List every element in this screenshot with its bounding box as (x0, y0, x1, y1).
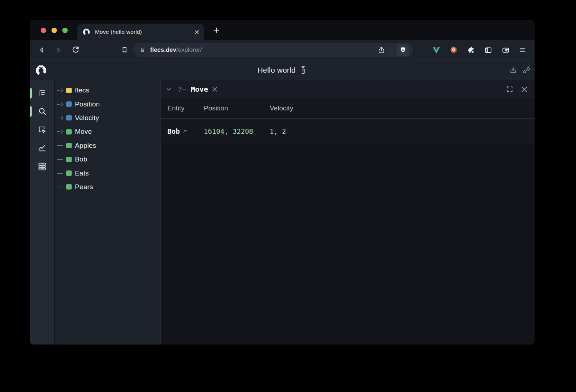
query-panel-actions (505, 85, 529, 94)
app-header: Hello world (30, 60, 535, 80)
tree-item-label: Eats (75, 169, 89, 177)
reload-icon (72, 46, 80, 54)
tab-close-button[interactable] (194, 30, 199, 35)
tree-panel-icon (37, 88, 47, 98)
line-chart-icon (37, 143, 47, 153)
position-value: 16104, 32208 (204, 127, 270, 135)
query-results-table: Entity Position Velocity Bob 16104, 3220… (161, 98, 535, 144)
download-world-button[interactable] (508, 65, 518, 75)
tree-item-label: Pears (75, 183, 93, 191)
sidebar-item-search[interactable] (30, 102, 54, 120)
tree-item[interactable]: Pears (55, 180, 160, 194)
fullscreen-button[interactable] (505, 85, 514, 94)
forward-icon (55, 46, 63, 54)
tree-item[interactable]: flecs (55, 83, 160, 97)
link-icon (522, 66, 531, 74)
tree-item-label: Move (75, 128, 92, 136)
expand-arrow-icon (57, 115, 65, 121)
hexagon-extension-icon (449, 46, 458, 54)
entity-color-square (66, 170, 72, 176)
sidebar-item-stats[interactable] (30, 139, 54, 157)
bookmark-button[interactable] (121, 46, 129, 54)
lock-icon (139, 47, 145, 53)
close-window-button[interactable] (41, 28, 46, 33)
active-indicator-search (30, 106, 32, 117)
content-area: flecs Position Velocity Move (30, 80, 535, 345)
entity-color-square (66, 157, 72, 162)
download-icon (509, 66, 517, 74)
bookmark-icon (121, 46, 129, 54)
url-path: /explorer/ (176, 46, 202, 53)
divider (391, 45, 391, 55)
tab-bar: Move (hello world) (30, 20, 535, 40)
column-velocity: Velocity (270, 104, 535, 112)
branch-line-icon (57, 170, 65, 176)
hexagon-extension-button[interactable] (449, 46, 458, 54)
vue-devtools-button[interactable] (432, 46, 441, 54)
profiler-icon (37, 162, 47, 171)
query-close-button[interactable] (212, 87, 217, 92)
wallet-icon (501, 46, 510, 54)
browser-menu-button[interactable] (518, 46, 527, 54)
wallet-button[interactable] (501, 46, 510, 54)
sidebar-toggle-button[interactable] (484, 46, 492, 54)
minimize-window-button[interactable] (51, 28, 57, 33)
extensions-button[interactable] (467, 46, 475, 54)
branch-line-icon (57, 156, 65, 162)
tree-item-label: Position (75, 100, 100, 108)
copy-link-button[interactable] (522, 65, 531, 75)
active-indicator-tree (30, 88, 32, 99)
table-header: Entity Position Velocity (161, 98, 535, 119)
tree-item[interactable]: Eats (55, 166, 160, 180)
branch-line-icon (57, 143, 65, 149)
world-title: Hello world (30, 60, 535, 80)
fullscreen-icon (506, 86, 513, 93)
sidebar-icon (484, 46, 492, 54)
back-button[interactable] (37, 46, 46, 54)
world-title-text: Hello world (257, 66, 296, 74)
search-icon (37, 106, 47, 116)
tree-item-label: Apples (75, 142, 96, 150)
expand-arrow-icon (57, 101, 65, 107)
entity-color-square (66, 143, 72, 148)
back-icon (38, 46, 46, 54)
collapse-query-button[interactable] (166, 86, 172, 92)
tree-item[interactable]: Apples (55, 139, 160, 152)
entity-color-square (66, 88, 72, 93)
entity-color-square (66, 184, 72, 190)
tree-item-label: Velocity (75, 114, 99, 122)
query-panel: ?– Move (160, 80, 535, 345)
vue-icon (432, 46, 441, 54)
chevron-down-icon (166, 86, 172, 92)
forward-button[interactable] (54, 46, 63, 54)
address-bar[interactable]: flecs.dev/explorer/ (133, 43, 413, 57)
tree-item[interactable]: Bob (55, 152, 160, 166)
sidebar-item-profiler[interactable] (30, 157, 54, 176)
tree-item[interactable]: Position (55, 97, 160, 111)
sidebar-item-inspect[interactable] (30, 120, 54, 139)
browser-tab[interactable]: Move (hello world) (77, 24, 204, 40)
expand-arrow-icon (57, 129, 65, 135)
address-bar-actions (378, 44, 409, 56)
reload-button[interactable] (71, 46, 80, 54)
remote-connection-icon (299, 66, 307, 74)
share-button[interactable] (378, 46, 385, 54)
tree-item[interactable]: Move (55, 125, 160, 138)
url-text: flecs.dev/explorer/ (150, 46, 202, 54)
puzzle-icon (467, 46, 475, 54)
entity-link[interactable]: Bob (167, 127, 204, 135)
brave-shields-button[interactable] (396, 44, 409, 56)
close-panel-button[interactable] (519, 85, 529, 94)
inspect-icon (37, 125, 47, 135)
new-tab-button[interactable] (211, 25, 222, 36)
close-icon (212, 87, 217, 92)
query-title: Move (191, 85, 208, 94)
tree-item[interactable]: Velocity (55, 111, 160, 125)
entity-name: Bob (167, 127, 180, 135)
tree-item-label: flecs (75, 86, 89, 94)
zoom-window-button[interactable] (62, 28, 68, 33)
expand-arrow-icon (57, 87, 65, 93)
sidebar-item-tree[interactable] (30, 84, 54, 102)
header-actions (508, 60, 531, 80)
query-prefix: ?– (178, 85, 186, 93)
